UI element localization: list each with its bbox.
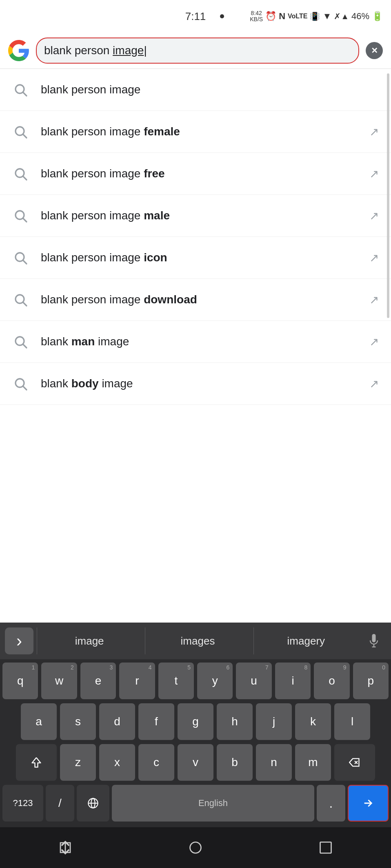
word-suggestion-imagery[interactable]: imagery — [253, 627, 358, 654]
search-icon — [10, 121, 31, 142]
key-x[interactable]: x — [99, 744, 135, 781]
key-t[interactable]: 5t — [158, 663, 194, 699]
word-suggestion-images[interactable]: images — [145, 627, 250, 654]
key-row-1: 1q 2w 3e 4r 5t 6y 7u 8i 9o 0p — [2, 663, 389, 699]
suggestions-list: blank person image blank person image fe… — [0, 69, 391, 405]
svg-rect-28 — [320, 842, 331, 853]
nav-recents-button[interactable] — [313, 835, 338, 860]
svg-line-7 — [23, 219, 27, 222]
suggestion-item[interactable]: blank person image female ↗ — [0, 111, 391, 153]
suggestion-text: blank person image male — [41, 209, 367, 222]
key-space[interactable]: English — [112, 785, 314, 822]
nfc-icon: N — [279, 11, 285, 22]
status-dot — [220, 14, 224, 18]
key-n[interactable]: n — [256, 744, 292, 781]
key-c[interactable]: c — [138, 744, 174, 781]
key-globe[interactable] — [77, 785, 109, 822]
fill-arrow-icon: ↗ — [367, 376, 381, 391]
battery-icon: 🔋 — [372, 11, 383, 22]
keys-area: 1q 2w 3e 4r 5t 6y 7u 8i 9o 0p a s d f g … — [0, 659, 391, 827]
word-suggestions-bar: image images imagery — [0, 623, 391, 659]
key-a[interactable]: a — [21, 703, 57, 740]
search-bar: blank person image| — [0, 33, 391, 68]
key-k[interactable]: k — [295, 703, 331, 740]
word-suggestion-image[interactable]: image — [37, 627, 142, 654]
suggestion-text: blank man image — [41, 335, 367, 348]
vibrate-icon: 📳 — [310, 11, 320, 21]
key-row-4: ?123 / English . — [2, 785, 389, 822]
key-p[interactable]: 0p — [353, 663, 389, 699]
key-w[interactable]: 2w — [41, 663, 77, 699]
status-bar: 7:11 8:42KB/S ⏰ N VoLTE 📳 ▼ ✗▲ 46% 🔋 — [0, 0, 391, 33]
battery-percentage: 46% — [351, 11, 369, 22]
key-i[interactable]: 8i — [275, 663, 311, 699]
search-icon — [10, 247, 31, 268]
suggestion-text: blank person image icon — [41, 251, 367, 264]
svg-line-13 — [23, 345, 27, 348]
key-shift[interactable] — [16, 744, 57, 781]
key-l[interactable]: l — [334, 703, 370, 740]
key-o[interactable]: 9o — [314, 663, 349, 699]
search-input-wrapper[interactable]: blank person image| — [36, 38, 359, 64]
key-s[interactable]: s — [60, 703, 96, 740]
suggestion-text: blank body image — [41, 377, 367, 390]
mic-button[interactable] — [362, 627, 386, 654]
volte-icon: VoLTE — [288, 13, 307, 20]
key-e[interactable]: 3e — [80, 663, 116, 699]
suggestion-item[interactable]: blank person image icon ↗ — [0, 237, 391, 279]
fill-arrow-icon: ↗ — [367, 292, 381, 307]
svg-line-11 — [23, 303, 27, 306]
word-expand-button[interactable] — [5, 627, 33, 654]
suggestion-item[interactable]: blank man image ↗ — [0, 321, 391, 363]
suggestion-text: blank person image female — [41, 125, 367, 138]
key-sym[interactable]: ?123 — [2, 785, 43, 822]
key-g[interactable]: g — [178, 703, 213, 740]
key-m[interactable]: m — [295, 744, 331, 781]
key-y[interactable]: 6y — [197, 663, 233, 699]
nav-back-button[interactable] — [53, 835, 78, 860]
search-input[interactable]: blank person image| — [44, 44, 351, 57]
svg-line-3 — [23, 135, 27, 138]
key-u[interactable]: 7u — [236, 663, 271, 699]
search-icon — [10, 373, 31, 394]
status-icons: 8:42KB/S ⏰ N VoLTE 📳 ▼ ✗▲ 46% 🔋 — [250, 10, 383, 23]
svg-line-1 — [23, 93, 27, 96]
svg-point-27 — [190, 842, 201, 853]
fill-arrow-icon: ↗ — [367, 250, 381, 265]
key-f[interactable]: f — [138, 703, 174, 740]
keyboard: image images imagery 1q 2w 3e 4r 5t 6y 7… — [0, 623, 391, 868]
key-h[interactable]: h — [217, 703, 253, 740]
fill-arrow-icon: ↗ — [367, 208, 381, 223]
wifi-icon: ▼ — [322, 11, 331, 22]
fill-arrow-icon: ↗ — [367, 334, 381, 349]
key-d[interactable]: d — [99, 703, 135, 740]
key-period[interactable]: . — [317, 785, 345, 822]
svg-line-5 — [23, 177, 27, 180]
suggestion-item[interactable]: blank person image — [0, 69, 391, 111]
suggestion-item[interactable]: blank body image ↗ — [0, 363, 391, 405]
key-slash[interactable]: / — [46, 785, 74, 822]
key-b[interactable]: b — [217, 744, 253, 781]
search-icon — [10, 289, 31, 310]
search-icon — [10, 331, 31, 352]
search-icon — [10, 79, 31, 100]
key-v[interactable]: v — [178, 744, 213, 781]
suggestion-text: blank person image — [41, 83, 381, 96]
key-j[interactable]: j — [256, 703, 292, 740]
nav-home-button[interactable] — [183, 835, 208, 860]
status-kbs: 8:42KB/S — [250, 10, 263, 23]
suggestion-item[interactable]: blank person image male ↗ — [0, 195, 391, 237]
svg-line-15 — [23, 387, 27, 390]
key-r[interactable]: 4r — [119, 663, 155, 699]
key-q[interactable]: 1q — [2, 663, 38, 699]
suggestion-item[interactable]: blank person image free ↗ — [0, 153, 391, 195]
svg-line-9 — [23, 261, 27, 264]
key-backspace[interactable] — [334, 744, 375, 781]
suggestion-text: blank person image download — [41, 293, 367, 306]
search-icon — [10, 205, 31, 226]
status-time: 7:11 — [185, 10, 206, 23]
key-z[interactable]: z — [60, 744, 96, 781]
clear-button[interactable] — [366, 42, 383, 59]
suggestion-item[interactable]: blank person image download ↗ — [0, 279, 391, 321]
key-enter[interactable] — [348, 785, 389, 822]
